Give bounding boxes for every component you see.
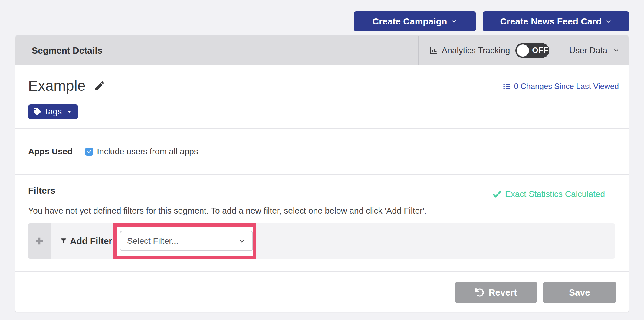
edit-name-button[interactable] [94, 80, 106, 92]
create-campaign-label: Create Campaign [373, 16, 447, 27]
card-header: Segment Details Analytics Tracking OFF U… [15, 36, 629, 65]
annotation-highlight-box: Select Filter... [113, 223, 256, 259]
chevron-down-icon [613, 47, 619, 54]
filters-empty-text: You have not yet defined filters for thi… [28, 206, 427, 216]
bar-chart-icon [429, 46, 438, 55]
tags-button[interactable]: Tags [28, 104, 78, 119]
toggle-state-label: OFF [532, 46, 548, 55]
segment-name-section: Example 0 Changes Since Last Viewed Tags [15, 65, 629, 128]
include-all-apps-label: Include users from all apps [97, 147, 198, 156]
analytics-tracking-toggle[interactable]: OFF [515, 43, 549, 58]
changes-since-last-viewed-link[interactable]: 0 Changes Since Last Viewed [503, 82, 619, 91]
chevron-down-icon [605, 18, 612, 25]
revert-button[interactable]: Revert [455, 282, 537, 303]
funnel-icon [60, 237, 67, 245]
segment-name: Example [28, 77, 86, 94]
caret-down-icon [66, 108, 73, 115]
add-filter-row: Add Filter Select Filter... [28, 223, 615, 259]
toggle-knob [517, 44, 529, 57]
select-filter-dropdown[interactable]: Select Filter... [120, 231, 253, 251]
card-footer: Revert Save [15, 272, 629, 312]
exact-statistics-label: Exact Statistics Calculated [505, 189, 605, 199]
user-data-dropdown[interactable]: User Data [560, 36, 629, 65]
check-icon [87, 149, 92, 154]
chevron-down-icon [451, 18, 457, 25]
select-filter-placeholder: Select Filter... [127, 236, 179, 246]
changes-link-label: 0 Changes Since Last Viewed [514, 82, 619, 91]
filters-section: Filters Exact Statistics Calculated You … [15, 175, 629, 271]
apps-used-label: Apps Used [28, 147, 72, 156]
pencil-icon [94, 80, 106, 92]
create-news-feed-label: Create News Feed Card [500, 16, 601, 27]
check-icon [492, 189, 501, 199]
save-button[interactable]: Save [543, 282, 616, 303]
analytics-tracking-label: Analytics Tracking [442, 46, 510, 55]
analytics-tracking-control: Analytics Tracking OFF [418, 36, 560, 65]
undo-arrow-icon [475, 288, 484, 297]
page-title: Segment Details [15, 36, 418, 65]
segment-details-card: Segment Details Analytics Tracking OFF U… [15, 35, 629, 312]
chevron-down-icon [238, 237, 246, 245]
user-data-label: User Data [569, 46, 607, 55]
filters-heading: Filters [28, 185, 55, 196]
save-button-label: Save [569, 287, 590, 298]
tag-icon [34, 108, 41, 115]
exact-statistics-status: Exact Statistics Calculated [492, 189, 605, 199]
tags-button-label: Tags [44, 107, 62, 116]
plus-icon [35, 237, 44, 246]
list-icon [503, 82, 511, 91]
add-filter-label: Add Filter [60, 236, 112, 246]
create-campaign-button[interactable]: Create Campaign [354, 11, 476, 31]
apps-used-section: Apps Used Include users from all apps [15, 129, 629, 174]
add-row-button[interactable] [28, 223, 51, 259]
create-news-feed-card-button[interactable]: Create News Feed Card [483, 11, 629, 31]
revert-button-label: Revert [489, 287, 517, 298]
include-all-apps-checkbox[interactable] [85, 148, 93, 156]
